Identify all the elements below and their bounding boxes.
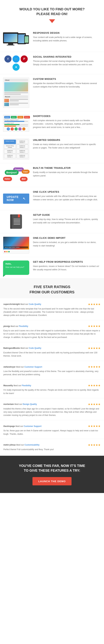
feature-shortcodes: Button Button Button Button Perhaps prog… bbox=[0, 111, 104, 135]
bubble-chinese: 您好! bbox=[20, 177, 28, 181]
review-text: Perfect theme! Full customizability and … bbox=[3, 448, 101, 451]
feature-text-setup: SETUP GUIDE Learn step-by-step, how to s… bbox=[33, 214, 101, 224]
sidebars-image: Default Sidebar Additional Sidebar 2 Def… bbox=[2, 139, 30, 160]
bubble-italian: Ciao! bbox=[22, 170, 30, 174]
review-item: superchrisknight liked our Code Quality … bbox=[0, 300, 104, 320]
review-category: Flexibility bbox=[19, 325, 28, 328]
book-icon bbox=[10, 214, 22, 229]
monitor-screen bbox=[4, 34, 17, 42]
bookmark-icon bbox=[18, 214, 20, 218]
widget-img bbox=[4, 82, 28, 92]
feature-title-translator: BUILT-IN THEME TRANSLATOR bbox=[33, 166, 101, 169]
shortcodes-image: Button Button Button Button Perhaps prog… bbox=[2, 115, 30, 132]
review-header: metin-yilmaz liked our Customizability ★… bbox=[3, 443, 101, 446]
widget-thumb-1 bbox=[4, 99, 9, 102]
reviews-container: superchrisknight liked our Code Quality … bbox=[0, 300, 104, 454]
review-header: ptxmjp liked our Flexibility ★★★★★ bbox=[3, 324, 101, 328]
widget-thumb-2 bbox=[4, 103, 9, 106]
launch-demo-button[interactable]: LAUNCH THE DEMO bbox=[32, 477, 72, 485]
widget-small-2 bbox=[4, 103, 28, 106]
widget-line-1 bbox=[4, 92, 28, 93]
review-stars: ★★★★★ bbox=[88, 384, 101, 387]
setup-image bbox=[2, 214, 30, 230]
review-text: Love the flexibility and powerful custom… bbox=[3, 370, 101, 376]
cta-title: YOU'VE COME THIS FAR, NOW IT'S TIME TO G… bbox=[5, 463, 99, 473]
sidebars-mock: Default Sidebar Additional Sidebar 2 Def… bbox=[3, 139, 29, 160]
review-text: This is the second meks template that I'… bbox=[3, 307, 101, 317]
feature-desc-shortcodes: Add complex elements to your content eas… bbox=[33, 119, 101, 129]
review-header: Masuwilly liked our Flexibility ★★★★★ bbox=[3, 384, 101, 387]
chat-question: How can we help you? bbox=[5, 266, 27, 268]
book-pages bbox=[13, 218, 20, 225]
feature-demo: click to import demo content... ONE-CLIC… bbox=[0, 233, 104, 257]
review-category: Design Quality bbox=[23, 403, 37, 406]
feature-desc-sidebars: Create as many sidebars as you need and … bbox=[33, 143, 101, 150]
review-category: Customer Support bbox=[24, 425, 41, 428]
feature-desc-translator: Easily modify or translate any text on y… bbox=[33, 171, 101, 178]
review-author: metin-yilmaz bbox=[3, 444, 16, 446]
cursor-icon: ↖ bbox=[23, 197, 25, 200]
review-header: theohnpage liked our Customer Support ★★… bbox=[3, 424, 101, 428]
feature-text-widgets: CUSTOM WIDGETS Alongside the standard Wo… bbox=[33, 78, 101, 88]
arrow-down-icon bbox=[49, 19, 55, 23]
feature-translator: Привет! Ciao! Bonjour! Hello! 您好! BUILT-… bbox=[0, 163, 104, 187]
social-icons: f 🐦 P ✿ bbox=[3, 56, 29, 71]
responsive-mock bbox=[3, 32, 29, 48]
feature-text-updates: ONE CLICK UPDATES Connect your website w… bbox=[33, 190, 101, 201]
widget-line-2 bbox=[4, 94, 21, 95]
monitor-base bbox=[7, 45, 14, 46]
review-category: Flexibility bbox=[22, 384, 31, 387]
feature-title-widgets: CUSTOM WIDGETS bbox=[33, 78, 101, 80]
review-text: Installed this theme a few days ago for … bbox=[3, 407, 101, 417]
feature-title-setup: SETUP GUIDE bbox=[33, 214, 101, 216]
shortcodes-mock: Button Button Button Button Perhaps prog… bbox=[3, 115, 29, 132]
feature-title-experts: GET HELP FROM WORDPRESS EXPERTS bbox=[33, 260, 101, 263]
chat-greeting: Hello, bbox=[5, 262, 27, 265]
feature-desc-widgets: Alongside the standard WordPress widgets… bbox=[33, 82, 101, 88]
header-section: WOULD YOU LIKE TO FIND OUT MORE? PLEASE … bbox=[0, 0, 104, 28]
review-category: Code Quality bbox=[29, 303, 41, 306]
translator-image: Привет! Ciao! Bonjour! Hello! 您好! bbox=[2, 166, 30, 184]
feature-title-shortcodes: SHORTCODES bbox=[33, 115, 101, 118]
review-category: Customizability bbox=[24, 444, 40, 446]
feature-text-responsive: RESPONSIVE DESIGN Your content will scal… bbox=[33, 32, 101, 42]
social-image: f 🐦 P ✿ bbox=[2, 56, 30, 71]
feature-title-updates: ONE CLICK UPDATES bbox=[33, 190, 101, 193]
review-header: BakingandBooks liked our Code Quality ★★… bbox=[3, 346, 101, 350]
setup-mock bbox=[3, 214, 29, 230]
review-header: stefandreyer liked our Customer Support … bbox=[3, 365, 101, 368]
feature-title-responsive: RESPONSIVE DESIGN bbox=[33, 32, 101, 34]
demo-bar bbox=[3, 250, 29, 254]
monitor-icon bbox=[3, 32, 18, 44]
review-category: Code Quality bbox=[29, 347, 41, 349]
widget-header: About bbox=[4, 79, 28, 82]
feature-widgets: About Recent CUSTOM WIDGETS bbox=[0, 74, 104, 111]
vine-icon: ✿ bbox=[12, 64, 20, 71]
review-item: ptxmjp liked our Flexibility ★★★★★ Easy … bbox=[0, 322, 104, 342]
feature-title-sidebars: UNLIMITED SIDEBARS bbox=[33, 139, 101, 141]
review-text: Easy to use and it saves me a ton of tim… bbox=[3, 329, 101, 339]
feature-desc-demo: Demo content is included, so you get a w… bbox=[33, 241, 101, 248]
bubble-english: Hello! bbox=[3, 177, 12, 181]
bubble-french: Bonjour! bbox=[5, 170, 19, 175]
feature-desc-responsive: Your content will scale perfectly to sui… bbox=[33, 36, 101, 42]
widgets-mock: About Recent bbox=[3, 78, 29, 108]
shortcode-buttons-row: Button Button Button Button bbox=[4, 116, 28, 118]
review-stars: ★★★★★ bbox=[88, 324, 101, 328]
feature-text-experts: GET HELP FROM WORDPRESS EXPERTS Have que… bbox=[33, 260, 101, 271]
feature-text-social: SOCIAL SHARING INTEGRATED Throne provide… bbox=[33, 56, 101, 66]
review-stars: ★★★★★ bbox=[88, 424, 101, 428]
phone-screen bbox=[25, 36, 28, 43]
review-item: Masuwilly liked our Flexibility ★★★★★ I'… bbox=[0, 381, 104, 398]
monitor-stand bbox=[8, 44, 13, 45]
review-author: theohnpage bbox=[3, 425, 15, 428]
review-item: stefandreyer liked our Customer Support … bbox=[0, 362, 104, 380]
review-stars: ★★★★★ bbox=[88, 303, 101, 306]
pinterest-icon: P bbox=[21, 56, 28, 62]
feature-setup: SETUP GUIDE Learn step-by-step, how to s… bbox=[0, 210, 104, 233]
phone-icon bbox=[24, 35, 29, 44]
review-text: Excellent theme! One of the best I've ev… bbox=[3, 351, 101, 358]
review-text: I'm really impressed by the quality of t… bbox=[3, 388, 101, 395]
update-now-button[interactable]: UPDATE NOW ↖ bbox=[3, 194, 29, 204]
review-item: mortentam liked our Design Quality ★★★★★… bbox=[0, 400, 104, 420]
